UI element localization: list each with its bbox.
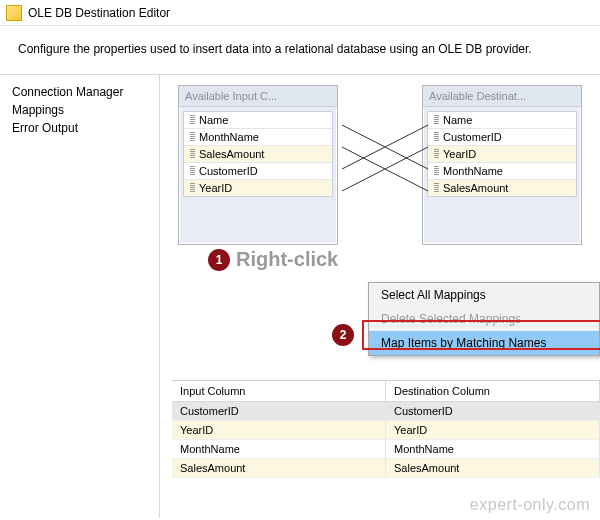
grid-cell-dest[interactable]: YearID xyxy=(386,421,600,440)
grip-icon xyxy=(190,132,195,142)
input-columns-header: Available Input C... xyxy=(179,86,337,107)
grip-icon xyxy=(190,149,195,159)
grid-cell-input[interactable]: YearID xyxy=(172,421,386,440)
dest-col-salesamount[interactable]: SalesAmount xyxy=(428,180,576,196)
window-icon xyxy=(6,5,22,21)
grip-icon xyxy=(190,115,195,125)
nav-item-error-output[interactable]: Error Output xyxy=(0,119,159,137)
destination-columns-header: Available Destinat... xyxy=(423,86,581,107)
context-menu: Select All Mappings Delete Selected Mapp… xyxy=(368,282,600,356)
input-col-salesamount[interactable]: SalesAmount xyxy=(184,146,332,163)
input-col-name[interactable]: Name xyxy=(184,112,332,129)
titlebar: OLE DB Destination Editor xyxy=(0,0,600,26)
input-col-customerid[interactable]: CustomerID xyxy=(184,163,332,180)
grip-icon xyxy=(434,115,439,125)
grid-header-input[interactable]: Input Column xyxy=(172,381,386,402)
dest-col-yearid[interactable]: YearID xyxy=(428,146,576,163)
grid-row[interactable]: SalesAmount SalesAmount xyxy=(172,459,600,478)
grid-cell-dest[interactable]: MonthName xyxy=(386,440,600,459)
input-col-monthname[interactable]: MonthName xyxy=(184,129,332,146)
destination-columns-list: Name CustomerID YearID MonthName SalesAm… xyxy=(427,111,577,197)
grid-row[interactable]: MonthName MonthName xyxy=(172,440,600,459)
dest-col-customerid[interactable]: CustomerID xyxy=(428,129,576,146)
menu-map-by-matching-names[interactable]: Map Items by Matching Names xyxy=(369,331,599,355)
grid-header: Input Column Destination Column xyxy=(172,381,600,402)
menu-select-all-mappings[interactable]: Select All Mappings xyxy=(369,283,599,307)
grid-cell-dest[interactable]: SalesAmount xyxy=(386,459,600,478)
grid-row[interactable]: CustomerID CustomerID xyxy=(172,402,600,421)
mapping-lines xyxy=(342,115,428,235)
dest-col-monthname[interactable]: MonthName xyxy=(428,163,576,180)
grid-cell-dest[interactable]: CustomerID xyxy=(386,402,600,421)
available-input-columns-box[interactable]: Available Input C... Name MonthName Sale… xyxy=(178,85,338,245)
dest-col-name[interactable]: Name xyxy=(428,112,576,129)
grip-icon xyxy=(190,166,195,176)
nav-panel: Connection Manager Mappings Error Output xyxy=(0,75,160,518)
grip-icon xyxy=(190,183,195,193)
mapping-diagram: Available Input C... Name MonthName Sale… xyxy=(172,85,588,245)
grip-icon xyxy=(434,183,439,193)
grid-cell-input[interactable]: MonthName xyxy=(172,440,386,459)
nav-item-connection-manager[interactable]: Connection Manager xyxy=(0,83,159,101)
grid-row[interactable]: YearID YearID xyxy=(172,421,600,440)
grip-icon xyxy=(434,132,439,142)
menu-delete-selected-mappings: Delete Selected Mappings xyxy=(369,307,599,331)
grid-cell-input[interactable]: SalesAmount xyxy=(172,459,386,478)
grip-icon xyxy=(434,149,439,159)
watermark: expert-only.com xyxy=(470,496,590,514)
input-columns-list: Name MonthName SalesAmount CustomerID Ye… xyxy=(183,111,333,197)
grid-header-destination[interactable]: Destination Column xyxy=(386,381,600,402)
grip-icon xyxy=(434,166,439,176)
available-destination-columns-box[interactable]: Available Destinat... Name CustomerID Ye… xyxy=(422,85,582,245)
window-title: OLE DB Destination Editor xyxy=(28,6,170,20)
grid-cell-input[interactable]: CustomerID xyxy=(172,402,386,421)
nav-item-mappings[interactable]: Mappings xyxy=(0,101,159,119)
input-col-yearid[interactable]: YearID xyxy=(184,180,332,196)
dialog-description: Configure the properties used to insert … xyxy=(0,26,600,74)
